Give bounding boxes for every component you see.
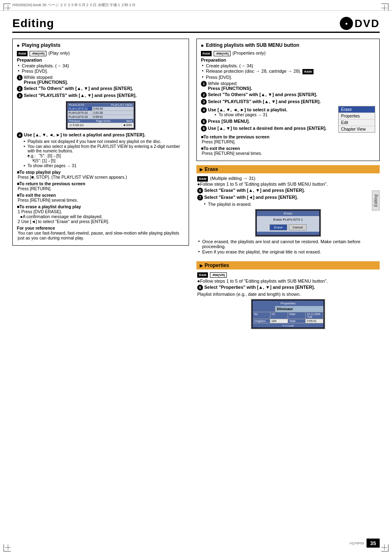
even-note: Even if you erase the playlist, the orig… [198,249,379,254]
erase-header: Erase [196,165,380,173]
step-1-num: 1 [17,75,23,81]
erase-ram-badge: RAM [197,176,208,182]
properties-header: Properties [196,261,380,269]
props-name-row: Dinosaur [253,306,323,312]
right-step-1: 1 While stopped Press [FUNCTIONS]. [201,81,375,91]
erase-step-7-num: 7 [197,195,203,200]
properties-dialog: Properties Dinosaur No. 03 Date 10.11.20… [251,299,325,329]
erase-step-7: 7 Select "Erase" with [◄] and press [ENT… [197,195,379,200]
for-reference-title: For your reference [17,226,184,230]
right-to-exit: ■To exit the screen Press [RETURN] sever… [201,146,375,156]
right-step-4: 4 Use [▲, ▼, ◄, ►] to select a playlist.… [201,107,332,117]
erase-dialog-title: Erase [257,211,319,216]
to-erase-note: ■To erase a playlist during play 1 Press… [17,204,184,224]
step-2: 2 Select "To Others" with [▲, ▼] and pre… [17,86,184,92]
step-1: 1 While stopped Press [FUNCTIONS]. [17,75,184,85]
erase-dialog-body: Erase PLAYLISTS 1 [257,216,319,223]
erase-step-6: 6 Select "Erase" with [▲, ▼] and press [… [197,188,379,193]
for-reference-note: For your reference You can use fast-forw… [17,226,184,240]
left-badges: RAM -RW(VR) (Play only) [17,51,184,56]
submenu-box: Erase Properties Edit Chapter View [338,106,375,133]
menu-item-chapter-view: Chapter View [339,126,375,132]
dvd-logo: ● DVD [340,17,380,30]
right-to-return: ■To return to the previous screen Press … [201,134,375,144]
erase-content: RAM (Multiple editing → 31) ●Follow step… [196,176,380,258]
erase-note: (Multiple editing → 31) [210,176,255,181]
step-4-subnotes: Playlists are not displayed if you have … [17,139,184,168]
props-rw-badge: -RW(VR) [210,272,226,278]
props-info: Playlist information (e.g., date and len… [197,292,379,297]
right-to-exit-body: Press [RETURN] several times. [201,151,375,156]
ram-badge-r: RAM [201,51,212,56]
props-step-6-num: 6 [197,285,203,290]
page-footer: VQT0P03 35 [350,539,380,548]
to-exit-note: ■To exit the screen Press [RETURN] sever… [17,193,184,203]
to-stop-body: Press [■, STOP]. (The PLAYLIST VIEW scre… [17,175,184,180]
step-3-num: 3 [17,93,23,99]
dvd-circle-icon: ● [340,17,353,30]
right-column: Editing Editing playlists with SUB MENU … [196,39,380,334]
right-step-1-num: 1 [201,81,207,87]
right-step-1-text: While stopped Press [FUNCTIONS]. [208,81,252,91]
step-4: 4 Use [▲, ▼, ◄, ►] to select a playlist … [17,132,184,138]
right-step-5-text: Press [SUB MENU]. [208,119,250,124]
playing-playlists-section: Playing playlists RAM -RW(VR) (Play only… [12,39,189,246]
page-number: 35 [367,539,380,548]
step-1-text: While stopped Press [FUNCTIONS]. [24,75,68,85]
cancel-button[interactable]: Cancel [289,224,307,230]
page-code: VQT0P03 [350,541,364,545]
erase-sub-note: The playlist is erased. [197,202,379,207]
props-step-6: 6 Select "Properties" with [▲, ▼] and pr… [197,285,379,290]
erase-confirm-button[interactable]: Erase [270,224,287,230]
right-prep-label: Preparation [201,58,375,62]
erase-step-6-num: 6 [197,188,203,193]
header-file-info: H/6200(GN).book 35 ページ ２０３５年５月２５日 水曜日 午後… [12,2,136,8]
erase-dialog-buttons: Erase Cancel [257,223,319,232]
props-data-row: Chapters 004 Total 0:55:01 [253,319,323,323]
right-step-2-num: 2 [201,92,207,98]
to-exit-title: ■To exit the screen [17,193,184,198]
to-return-body: Press [RETURN]. [17,186,184,191]
step-2-text: Select "To Others" with [▲, ▼] and press… [24,86,133,91]
erased-note: The playlist is erased. [204,202,379,207]
right-step-2-text: Select "To Others" with [▲, ▼] and press… [208,92,317,97]
erase-warnings: Once erased, the playlists are lost and … [197,239,379,254]
right-step-4-text: Use [▲, ▼, ◄, ►] to select a playlist. T… [208,107,287,117]
right-step-3-text: Select "PLAYLISTS" with [▲, ▼] and press… [208,99,321,104]
right-step-4-num: 4 [201,107,207,113]
for-reference-body: You can use fast-forward, fast-rewind, p… [17,230,184,240]
right-step-3: 3 Select "PLAYLISTS" with [▲, ▼] and pre… [201,99,375,105]
prep-bullet-2: Press [DVD]. [18,69,184,74]
right-step-5: 5 Press [SUB MENU]. [201,119,332,124]
to-return-note: ■To return to the previous screen Press … [17,181,184,191]
right-to-exit-title: ■To exit the screen [201,146,375,151]
screen-mockup: PLAYLISTS PLAYLIST VIEW PLAYLISTS 01 0:0… [66,101,136,130]
title-area: Editing ● DVD [12,17,380,33]
playing-playlists-title: Playing playlists [17,42,184,48]
right-badges: RAM -RW(VR) (Properties only) [201,51,375,56]
step-2-num: 2 [17,86,23,92]
two-column-layout: Playing playlists RAM -RW(VR) (Play only… [12,39,380,334]
right-prep-bullets: Create playlists. (→ 34) Release protect… [201,63,375,80]
step-3-text: Select "PLAYLISTS" with [▲, ▼] and press… [24,93,136,98]
page-header: H/6200(GN).book 35 ページ ２０３５年５月２５日 水曜日 午後… [0,0,392,11]
prep-bullets: Create playlists. (→ 34) Press [DVD]. [17,63,184,74]
to-erase-body: 1 Press [DVD ERASE]. ●A confirmation mes… [17,209,184,224]
menu-item-properties: Properties [339,113,375,120]
erase-follow: ●Follow steps 1 to 5 of "Editing playlis… [197,182,379,187]
prep-bullet-1: Create playlists. (→ 34) [18,63,184,68]
once-erased-note: Once erased, the playlists are lost and … [198,239,379,249]
side-tab: Editing [372,191,380,211]
props-step-6-text: Select "Properties" with [▲, ▼] and pres… [204,285,315,290]
step-4-text: Use [▲, ▼, ◄, ►] to select a playlist an… [24,132,145,137]
right-step-4-area: 4 Use [▲, ▼, ◄, ►] to select a playlist.… [201,106,375,133]
right-to-return-body: Press [RETURN]. [201,139,375,144]
props-follow: ●Follow steps 1 to 5 of "Editing playlis… [197,279,379,283]
rw-badge-r: -RW(VR) [214,51,230,56]
rw-badge: -RW(VR) [30,51,46,56]
props-ram-badge: RAM [197,272,208,278]
props-header-row: No. 03 Date 10.11.2006 TUE [253,312,323,319]
ram-badge: RAM [17,51,28,56]
prep-label: Preparation [17,58,184,62]
dvd-text: DVD [355,17,380,30]
